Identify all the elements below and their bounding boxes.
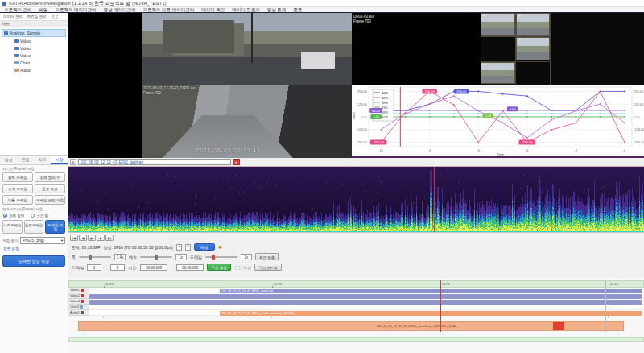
ruler-label-3: 01:10: [610, 282, 618, 286]
cctv-thumb-2[interactable]: c2: [516, 13, 550, 36]
frame-save-button-3[interactable]: 종료 화면: [35, 184, 65, 193]
width-slider[interactable]: [79, 256, 111, 258]
time-to-input[interactable]: 00:00.000: [176, 264, 204, 271]
sidebar-top-tab-2[interactable]: 보고: [52, 15, 59, 19]
playhead[interactable]: [440, 280, 441, 332]
menu-item-8[interactable]: 종료: [293, 7, 302, 13]
save-panel-tabs: 영상편집차트저장: [0, 156, 68, 165]
speed-slider[interactable]: [140, 256, 172, 258]
menu-item-1[interactable]: 파일: [39, 7, 48, 13]
sidebar-top-tab-1[interactable]: 자료실 관리: [27, 15, 47, 19]
rear-video-filename: DR02-03.avi: [353, 15, 374, 19]
range-button-0[interactable]: 시작프레임: [2, 220, 23, 234]
timeline-clip[interactable]: [89, 300, 642, 305]
transport-button-4[interactable]: ▶|: [105, 235, 114, 241]
window-title: KATRI Accident Investigation (1.3.14 b) …: [9, 0, 167, 7]
menu-item-4[interactable]: 프로젝트 자료 데이터관리: [143, 7, 195, 13]
fit-view-button[interactable]: 화면 맞춤: [255, 253, 279, 260]
menu-item-3[interactable]: 영상 데이터관리: [104, 7, 136, 13]
panel-tab-1[interactable]: 편집: [17, 156, 34, 164]
svg-text:-256.00: -256.00: [522, 140, 533, 144]
road-video-frame: Frame 700: [143, 91, 196, 96]
save-panel: 영상편집차트저장 비디오(Frame) 저장 현재 프레임전체 캡처 수시작 프…: [0, 155, 68, 267]
range-radio-1[interactable]: 구간 별: [31, 214, 48, 218]
save-selected-video-button[interactable]: 선택한 영상 저장: [2, 255, 65, 267]
timeline-scrollbar[interactable]: [68, 337, 644, 342]
frame-save-button-4[interactable]: 이동 프레임: [2, 195, 33, 205]
chart-icon[interactable]: [80, 305, 83, 309]
tree-item-chart-3[interactable]: Chart: [13, 59, 68, 66]
road-dashcam-video[interactable]: 2021-08-03_12-13-43_DR02.avi Frame 700 2…: [68, 85, 352, 158]
transport-button-0[interactable]: |◀: [70, 235, 78, 241]
svg-text:Time: Time: [497, 152, 505, 156]
tree-item-video-2[interactable]: Video: [13, 52, 68, 59]
cctv-thumb-1[interactable]: c1: [481, 13, 515, 36]
frame-slider[interactable]: [205, 256, 237, 258]
set-range-button[interactable]: 구간 설정: [207, 264, 230, 271]
menu-item-2[interactable]: 프로젝트 데이터관리: [56, 7, 97, 13]
frame-save-button-1[interactable]: 전체 캡처 수: [35, 172, 65, 182]
tree-item-label: Audio: [20, 68, 31, 73]
audio-spectrogram[interactable]: [68, 167, 644, 232]
track-body: [89, 293, 644, 299]
menu-item-0[interactable]: 프로젝트 관리: [4, 7, 32, 13]
ruler-label-0: 00:10: [105, 282, 114, 286]
spectrogram-toolbar: ≡ ×: [68, 158, 644, 167]
panel-tab-0[interactable]: 영상: [0, 156, 17, 164]
tree-item-audio-4[interactable]: Audio: [13, 66, 68, 73]
speaker-icon[interactable]: [80, 311, 84, 314]
folder-icon: [4, 31, 8, 35]
audio-overview-track[interactable]: 202_08_03_12_13_43_ER02_dash1.wav (48000…: [78, 321, 624, 331]
transport-button-1[interactable]: ◀: [79, 235, 87, 241]
clear-file-button[interactable]: ×: [233, 159, 240, 165]
transport-button-2[interactable]: ▶: [88, 235, 96, 241]
menu-bar: 프로젝트 관리파일프로젝트 데이터관리영상 데이터관리프로젝트 자료 데이터관리…: [0, 7, 644, 13]
timeline-clip[interactable]: [89, 294, 642, 299]
spectrogram-file-input[interactable]: [78, 159, 231, 165]
frame-from-input[interactable]: 0: [87, 264, 101, 271]
impact-segment: [553, 322, 564, 330]
range-button-1[interactable]: 종료프레임: [24, 220, 44, 234]
panel-tab-3[interactable]: 저장: [51, 156, 68, 164]
sidebar-top-tab-0[interactable]: 데이터 관리: [3, 15, 23, 19]
format-select[interactable]: PNG 5 (.png) ▾: [20, 237, 65, 244]
tree-item-video-1[interactable]: Video: [13, 44, 68, 52]
transport-button-3[interactable]: ■: [97, 235, 105, 241]
rear-video-frame: Frame 700: [353, 19, 374, 24]
radio-icon: [3, 214, 7, 218]
reset-range-button[interactable]: 구간 초기화: [254, 264, 282, 271]
edr-line-chart[interactable]: 256.00256.00128.00128.000.000.00-128.00-…: [352, 85, 644, 156]
close-icon[interactable]: [80, 289, 84, 292]
spin-down-button[interactable]: ▼: [185, 244, 191, 251]
tree-root-item[interactable]: Analysis_Sample: [2, 29, 66, 37]
timeline-ruler[interactable]: 00:1000:3000:5001:10: [68, 280, 644, 288]
close-icon[interactable]: [80, 294, 84, 297]
menu-item-5[interactable]: 데이터 확인: [201, 7, 225, 13]
frame-save-button-5[interactable]: 프레임 편집 저장: [35, 195, 65, 205]
frame-save-button-0[interactable]: 현재 프레임: [2, 172, 33, 182]
video-icon: [14, 39, 19, 43]
panel-tab-2[interactable]: 차트: [34, 156, 51, 164]
ruler-label-2: 00:50: [442, 282, 450, 286]
play-button[interactable]: 재생: [194, 243, 215, 251]
menu-item-6[interactable]: 데이터 편집기: [232, 7, 260, 13]
cctv-thumb-3[interactable]: c3: [516, 37, 550, 60]
rear-video-panel[interactable]: DR02-03.avi Frame 700: [352, 13, 481, 85]
menu-item-7[interactable]: 영상 통계: [267, 7, 287, 13]
frame-to-input[interactable]: 0: [110, 264, 125, 271]
thumb-label: c3: [518, 38, 521, 41]
frame-save-button-2[interactable]: 시작 프레임: [2, 184, 33, 193]
path-settings-link[interactable]: 경로 설정: [0, 245, 68, 252]
range-radio-0[interactable]: 전체 범위: [3, 214, 24, 218]
svg-text:64.00: 64.00: [372, 109, 381, 113]
tree-item-video-0[interactable]: Video: [13, 37, 68, 44]
front-dashcam-video[interactable]: [68, 13, 352, 85]
range-button-2[interactable]: 프레임 저장: [45, 220, 65, 234]
spin-up-button[interactable]: ▲: [176, 244, 182, 251]
time-from-input[interactable]: 00:00.000: [140, 264, 167, 271]
cctv-thumb-4[interactable]: c4: [481, 62, 515, 84]
close-icon[interactable]: [80, 300, 84, 303]
timeline-clip[interactable]: 202_08_03_12_13_43_ER02_dash1.wav(audio)…: [220, 311, 642, 316]
spectrogram-menu-button[interactable]: ≡: [70, 159, 76, 165]
timeline-clip[interactable]: 202_08_03_12_13_43_ER02_dash1.avi: [220, 289, 642, 293]
